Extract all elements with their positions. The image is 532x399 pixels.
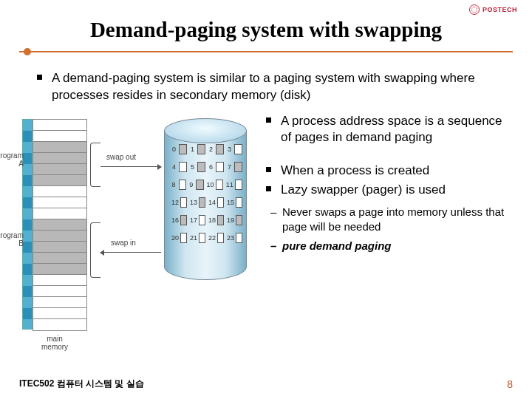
rule-line xyxy=(19,51,513,52)
brand-logo: POSTECH xyxy=(469,4,517,15)
sub-pure-demand-paging: – pure demand paging xyxy=(266,239,511,253)
program-b-label: program B xyxy=(0,231,24,248)
swap-in-label: swap in xyxy=(111,239,136,247)
dash-icon: – xyxy=(270,205,276,219)
main-memory-column xyxy=(33,119,87,331)
dash-icon: – xyxy=(270,239,276,253)
bullet-address-space: A process address space is a sequence of… xyxy=(266,113,511,146)
bullet-process-created: When a process is created xyxy=(266,163,511,179)
slide-title: Demand-paging system with swapping xyxy=(19,18,513,42)
footer: ITEC502 컴퓨터 시스템 및 실습 8 xyxy=(19,378,513,390)
body-row: program A program B swap out swap in 012… xyxy=(19,113,513,349)
memory-stripe xyxy=(22,119,33,330)
course-code: ITEC502 컴퓨터 시스템 및 실습 xyxy=(19,378,144,390)
bullet-square-icon xyxy=(266,117,271,123)
sub-never-swaps: – Never swaps a page into memory unless … xyxy=(266,205,511,235)
disk-top-icon xyxy=(164,118,247,143)
swap-in-arrow-icon xyxy=(100,252,161,253)
bullet-square-icon xyxy=(37,75,42,80)
bullet-square-icon xyxy=(266,186,271,191)
disk-page-grid: 0123 4567 891011 12131415 16171819 20212… xyxy=(171,144,242,250)
postech-seal-icon xyxy=(469,4,480,15)
intro-bullet: A demand-paging system is similar to a p… xyxy=(37,70,505,104)
main-memory-caption: main memory xyxy=(41,335,68,351)
bullet-lazy-swapper: Lazy swapper (pager) is used xyxy=(266,182,511,198)
bracket-a xyxy=(90,143,100,187)
bullet-square-icon xyxy=(266,167,271,172)
slide: POSTECH Demand-paging system with swappi… xyxy=(0,0,532,399)
program-a-label: program A xyxy=(0,151,24,168)
page-number: 8 xyxy=(507,378,513,390)
right-column: A process address space is a sequence of… xyxy=(260,113,513,349)
memory-stack xyxy=(33,119,87,331)
brand-name: POSTECH xyxy=(482,6,517,13)
intro-text: A demand-paging system is similar to a p… xyxy=(52,71,475,102)
swap-figure: program A program B swap out swap in 012… xyxy=(16,113,260,349)
bracket-b xyxy=(90,222,100,278)
swap-out-label: swap out xyxy=(106,153,136,161)
title-rule xyxy=(19,50,513,54)
swap-out-arrow-icon xyxy=(100,166,161,168)
